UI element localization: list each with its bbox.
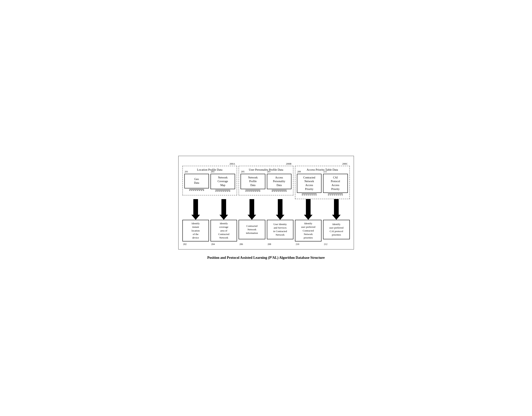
arrows-row (182, 199, 350, 220)
result-202: Identifyinstantlocationof thedevice (182, 220, 209, 241)
box-207: AccessPersonalityData (267, 174, 292, 189)
ref-200C: 200C (342, 162, 348, 165)
group-200B: 200B User Personality Profile Data 205 N… (238, 162, 294, 199)
full-layout: 200A Location Profile Data 201 GeoData (182, 162, 350, 245)
top-row: 200A Location Profile Data 201 GeoData (182, 162, 350, 199)
results-row: Identifyinstantlocationof thedevice 202 … (182, 220, 350, 245)
box-205: NetworkProfileData (240, 174, 265, 189)
ref-203: 203 (211, 170, 214, 173)
ref-208: 208 (268, 243, 271, 246)
result-212: Identifyuser preferredCAI protocolpriori… (323, 220, 350, 239)
group-200B-label: User Personality Profile Data (249, 168, 283, 171)
result-206: ContractedNetworkinformation (238, 220, 265, 239)
group-200C-label: Access Priority Table Data (307, 168, 338, 171)
figure-caption: Position and Protocol Assisted Learning … (178, 255, 354, 260)
ref-211: 211 (323, 170, 327, 173)
ref-201: 201 (185, 170, 188, 173)
ref-200A: 200A (229, 162, 235, 165)
box-201: GeoData (184, 174, 209, 189)
group-200C: 200C Access Priority Table Data 209 Cont… (295, 162, 350, 199)
result-208: User Identityand Servicesin ContractedNe… (267, 220, 294, 239)
group-200A: 200A Location Profile Data 201 GeoData (182, 162, 237, 199)
ref-210: 210 (296, 243, 299, 246)
ref-206: 206 (239, 243, 243, 246)
ref-205: 205 (241, 170, 245, 173)
ref-207: 207 (267, 170, 271, 173)
ref-209: 209 (297, 170, 301, 173)
ref-200B: 200B (286, 162, 292, 165)
group-200A-label: Location Profile Data (197, 168, 222, 171)
result-204: Identifycoveragearea ofContractedNetwork (210, 220, 237, 241)
diagram-area: 200A Location Profile Data 201 GeoData (178, 156, 354, 249)
result-210: Identifyuser preferredContractedNetworkp… (295, 220, 322, 241)
box-203: NetworkCoverageMap (210, 174, 235, 189)
ref-202: 202 (183, 243, 187, 246)
ref-212: 212 (324, 243, 327, 246)
ref-204: 204 (211, 243, 215, 246)
box-211: CAIProtocolAccessPriority (323, 174, 348, 193)
page-container: 200A Location Profile Data 201 GeoData (178, 156, 354, 260)
box-209: ContractedNetworkAccessPriority (297, 174, 322, 193)
